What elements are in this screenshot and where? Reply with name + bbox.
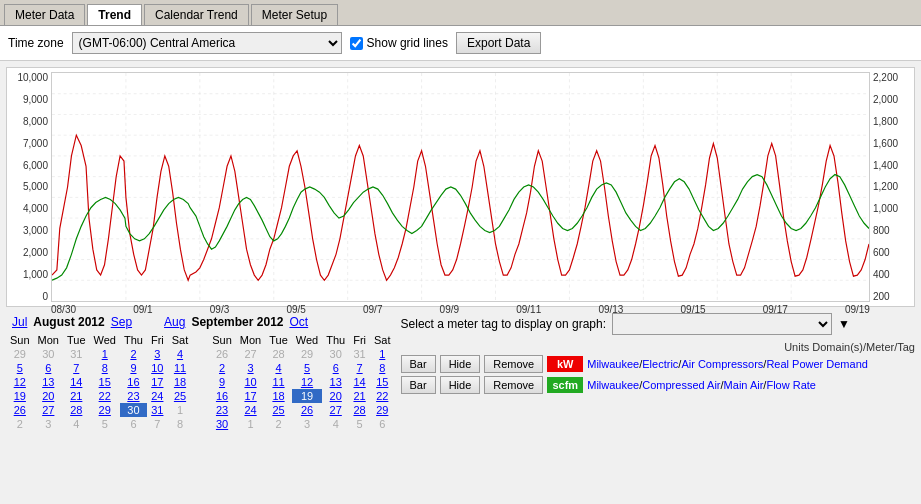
chart-area: 10,000 9,000 8,000 7,000 6,000 5,000 4,0… xyxy=(11,72,910,302)
cal-day[interactable]: 27 xyxy=(322,403,349,417)
cal-day[interactable]: 23 xyxy=(120,389,147,403)
cal-day[interactable]: 25 xyxy=(265,403,292,417)
timezone-label: Time zone xyxy=(8,36,64,50)
cal-day[interactable]: 21 xyxy=(63,389,90,403)
hide-button-scfm[interactable]: Hide xyxy=(440,376,481,394)
cal-day[interactable]: 3 xyxy=(236,361,265,375)
cal-day: 6 xyxy=(370,417,395,431)
cal-day[interactable]: 9 xyxy=(208,375,236,389)
cal-day[interactable]: 17 xyxy=(147,375,168,389)
cal-day[interactable]: 1 xyxy=(90,347,120,361)
cal-day[interactable]: 28 xyxy=(349,403,370,417)
cal-day[interactable]: 6 xyxy=(322,361,349,375)
cal-day-selected[interactable]: 19 xyxy=(292,389,322,403)
cal-day[interactable]: 11 xyxy=(168,361,193,375)
cal-day: 27 xyxy=(236,347,265,361)
sep-nav: Aug September 2012 Oct xyxy=(164,313,308,331)
cal-day[interactable]: 31 xyxy=(147,403,168,417)
cal-day: 5 xyxy=(349,417,370,431)
cal-day: 2 xyxy=(6,417,34,431)
tag-selector-label: Select a meter tag to display on graph: xyxy=(401,317,606,331)
cal-day: 4 xyxy=(322,417,349,431)
cal-day[interactable]: 8 xyxy=(370,361,395,375)
remove-button-kw[interactable]: Remove xyxy=(484,355,543,373)
cal-day[interactable]: 1 xyxy=(370,347,395,361)
cal-day[interactable]: 7 xyxy=(63,361,90,375)
cal-day: 2 xyxy=(265,417,292,431)
tag-selector-dropdown[interactable] xyxy=(612,313,832,335)
cal-day[interactable]: 8 xyxy=(90,361,120,375)
cal-day[interactable]: 11 xyxy=(265,375,292,389)
cal-day[interactable]: 6 xyxy=(34,361,63,375)
cal-day[interactable]: 17 xyxy=(236,389,265,403)
aug-link[interactable]: Aug xyxy=(164,315,185,329)
cal-day[interactable]: 24 xyxy=(147,389,168,403)
oct-link[interactable]: Oct xyxy=(289,315,308,329)
cal-day[interactable]: 4 xyxy=(265,361,292,375)
cal-day[interactable]: 16 xyxy=(208,389,236,403)
export-button[interactable]: Export Data xyxy=(456,32,541,54)
cal-day[interactable]: 10 xyxy=(236,375,265,389)
meter-tag-kw: Milwaukee/Electric/Air Compressors/Real … xyxy=(587,358,868,370)
cal-day[interactable]: 13 xyxy=(34,375,63,389)
cal-day[interactable]: 29 xyxy=(90,403,120,417)
cal-day[interactable]: 2 xyxy=(120,347,147,361)
remove-button-scfm[interactable]: Remove xyxy=(484,376,543,394)
cal-day[interactable]: 25 xyxy=(168,389,193,403)
hide-button-kw[interactable]: Hide xyxy=(440,355,481,373)
tab-meter-setup[interactable]: Meter Setup xyxy=(251,4,338,25)
cal-day[interactable]: 12 xyxy=(6,375,34,389)
cal-day[interactable]: 2 xyxy=(208,361,236,375)
cal-day[interactable]: 4 xyxy=(168,347,193,361)
cal-day[interactable]: 5 xyxy=(292,361,322,375)
cal-day[interactable]: 27 xyxy=(34,403,63,417)
aug-calendar: Sun Mon Tue Wed Thu Fri Sat 29 30 xyxy=(6,333,192,431)
cal-day[interactable]: 20 xyxy=(322,389,349,403)
cal-day[interactable]: 30 xyxy=(208,417,236,431)
cal-day[interactable]: 28 xyxy=(63,403,90,417)
show-grid-label: Show grid lines xyxy=(367,36,448,50)
cal-day: 28 xyxy=(265,347,292,361)
bottom-area: Jul August 2012 Sep Aug September 2012 O… xyxy=(6,313,915,431)
cal-day[interactable]: 7 xyxy=(349,361,370,375)
bar-button-kw[interactable]: Bar xyxy=(401,355,436,373)
jul-link[interactable]: Jul xyxy=(12,315,27,329)
toolbar: Time zone (GMT-06:00) Central America Sh… xyxy=(0,26,921,61)
cal-day[interactable]: 21 xyxy=(349,389,370,403)
cal-day[interactable]: 10 xyxy=(147,361,168,375)
cal-day[interactable]: 24 xyxy=(236,403,265,417)
tab-trend[interactable]: Trend xyxy=(87,4,142,25)
cal-day[interactable]: 15 xyxy=(90,375,120,389)
cal-day[interactable]: 29 xyxy=(370,403,395,417)
cal-day[interactable]: 15 xyxy=(370,375,395,389)
show-grid-checkbox[interactable] xyxy=(350,37,363,50)
cal-day[interactable]: 22 xyxy=(90,389,120,403)
cal-day[interactable]: 12 xyxy=(292,375,322,389)
cal-day[interactable]: 14 xyxy=(63,375,90,389)
cal-day[interactable]: 16 xyxy=(120,375,147,389)
units-header: Units Domain(s)/Meter/Tag xyxy=(401,341,915,353)
tab-meter-data[interactable]: Meter Data xyxy=(4,4,85,25)
unit-badge-scfm: scfm xyxy=(547,377,583,393)
bar-button-scfm[interactable]: Bar xyxy=(401,376,436,394)
sep-link-aug[interactable]: Sep xyxy=(111,315,132,329)
cal-day[interactable]: 5 xyxy=(6,361,34,375)
timezone-select[interactable]: (GMT-06:00) Central America xyxy=(72,32,342,54)
cal-day[interactable]: 9 xyxy=(120,361,147,375)
aug-nav: Jul August 2012 Sep xyxy=(12,313,132,331)
cal-day[interactable]: 14 xyxy=(349,375,370,389)
cal-day-selected[interactable]: 30 xyxy=(120,403,147,417)
cal-day[interactable]: 26 xyxy=(6,403,34,417)
cal-day[interactable]: 26 xyxy=(292,403,322,417)
tag-selector: Select a meter tag to display on graph: … xyxy=(401,313,915,335)
tab-calendar-trend[interactable]: Calendar Trend xyxy=(144,4,249,25)
cal-day[interactable]: 3 xyxy=(147,347,168,361)
cal-day[interactable]: 20 xyxy=(34,389,63,403)
cal-day[interactable]: 23 xyxy=(208,403,236,417)
chart-svg xyxy=(52,73,869,301)
cal-day[interactable]: 18 xyxy=(265,389,292,403)
cal-day[interactable]: 19 xyxy=(6,389,34,403)
cal-day[interactable]: 13 xyxy=(322,375,349,389)
cal-day[interactable]: 18 xyxy=(168,375,193,389)
cal-day[interactable]: 22 xyxy=(370,389,395,403)
